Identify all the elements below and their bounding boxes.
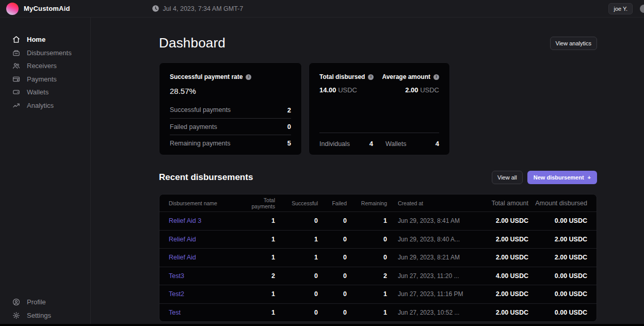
sidebar-item-label: Disbursements xyxy=(27,49,72,57)
table-row: Relief Aid 1 1 0 0 Jun 29, 2023, 8:21 AM… xyxy=(159,248,597,267)
created-at-cell: Jun 29, 2023, 8:40 A... xyxy=(387,236,477,243)
gear-icon xyxy=(12,312,20,319)
disbursement-name-link[interactable]: Test3 xyxy=(169,272,246,280)
disbursement-name-link[interactable]: Relief Aid xyxy=(169,254,246,261)
app-name: MyCustomAid xyxy=(24,5,70,12)
total-amount-cell: 2.00 USDC xyxy=(477,236,528,243)
failed-cell: 0 xyxy=(318,217,347,224)
disbursement-name-link[interactable]: Relief Aid xyxy=(169,236,246,243)
payment-rate-card: Successful payment rate i 28.57% Success… xyxy=(159,62,302,155)
page-title: Dashboard xyxy=(159,35,226,51)
failed-cell: 0 xyxy=(318,290,347,298)
average-amount-value: 2.00 USDC xyxy=(382,86,439,94)
col-header-name: Disbursement name xyxy=(169,200,246,206)
total-payments-cell: 1 xyxy=(246,290,275,298)
sidebar-item-home[interactable]: Home xyxy=(0,33,90,46)
table-row: Relief Aid 1 1 0 0 Jun 29, 2023, 8:40 A.… xyxy=(159,230,597,249)
successful-cell: 0 xyxy=(275,309,318,316)
top-bar: MyCustomAid Jul 4, 2023, 7:34 AM GMT-7 j… xyxy=(0,0,644,18)
analytics-icon xyxy=(12,102,20,109)
sidebar-item-analytics[interactable]: Analytics xyxy=(0,99,90,112)
stat-value: 4 xyxy=(436,140,439,148)
sidebar-item-settings[interactable]: Settings xyxy=(0,309,90,322)
info-icon[interactable]: i xyxy=(368,74,374,80)
amount-disbursed-cell: 0.00 USDC xyxy=(528,309,587,316)
current-datetime: Jul 4, 2023, 7:34 AM GMT-7 xyxy=(152,5,244,12)
view-all-button[interactable]: View all xyxy=(492,171,523,184)
total-disbursed-value: 14.00 USDC xyxy=(319,86,374,94)
user-menu-button[interactable]: joe Y. xyxy=(608,3,633,14)
bottom-edge xyxy=(0,324,644,326)
app-logo xyxy=(6,3,19,15)
sidebar-item-label: Wallets xyxy=(27,88,49,96)
col-header-amount-disbursed: Amount disbursed xyxy=(528,200,587,207)
sidebar-item-label: Analytics xyxy=(27,102,54,109)
table-row: Relief Aid 3 1 0 0 1 Jun 29, 2023, 8:41 … xyxy=(159,211,597,230)
total-payments-cell: 2 xyxy=(246,272,275,280)
col-header-failed: Failed xyxy=(318,200,347,206)
datetime-label: Jul 4, 2023, 7:34 AM GMT-7 xyxy=(163,5,244,12)
disbursement-name-link[interactable]: Test xyxy=(169,309,246,316)
amount-disbursed-cell: 0.00 USDC xyxy=(528,272,587,280)
new-disbursement-label: New disbursement xyxy=(534,174,584,181)
stat-row-successful: Successful payments 2 xyxy=(170,102,291,118)
sidebar-item-disbursements[interactable]: Disbursements xyxy=(0,46,90,60)
amount-disbursed-cell: 2.00 USDC xyxy=(528,236,587,243)
avatar[interactable] xyxy=(640,5,644,13)
info-icon[interactable]: i xyxy=(433,74,439,80)
stat-value: 4 xyxy=(369,140,373,148)
disbursements-table: Disbursement name Total payments Success… xyxy=(159,194,597,322)
successful-cell: 1 xyxy=(275,236,318,243)
failed-cell: 0 xyxy=(318,309,347,316)
stat-label: Failed payments xyxy=(170,123,217,131)
disbursements-icon xyxy=(12,49,20,57)
stat-value: 2 xyxy=(287,106,291,114)
users-icon xyxy=(12,62,20,70)
payments-icon xyxy=(12,75,20,83)
total-amount-cell: 4.00 USDC xyxy=(477,272,528,280)
sidebar-item-profile[interactable]: Profile xyxy=(0,296,90,309)
remaining-cell: 1 xyxy=(347,309,387,316)
disbursement-name-link[interactable]: Relief Aid 3 xyxy=(169,217,246,224)
total-payments-cell: 1 xyxy=(246,254,275,261)
successful-cell: 0 xyxy=(275,290,318,298)
table-row: Test2 1 0 0 1 Jun 27, 2023, 11:16 PM 2.0… xyxy=(159,285,597,303)
successful-cell: 0 xyxy=(275,272,318,280)
remaining-cell: 1 xyxy=(347,217,387,224)
stat-label: Wallets xyxy=(385,140,407,148)
new-disbursement-button[interactable]: New disbursement + xyxy=(527,171,597,184)
sidebar-item-payments[interactable]: Payments xyxy=(0,73,90,86)
table-header-row: Disbursement name Total payments Success… xyxy=(159,194,597,211)
clock-icon xyxy=(152,5,159,12)
sidebar-item-receivers[interactable]: Receivers xyxy=(0,59,90,73)
profile-icon xyxy=(12,298,20,306)
failed-cell: 0 xyxy=(318,272,347,280)
created-at-cell: Jun 27, 2023, 11:16 PM xyxy=(387,290,477,298)
col-header-created-at: Created at xyxy=(387,200,477,206)
main-content: Dashboard View analytics Successful paym… xyxy=(91,18,644,324)
amount-disbursed-cell: 2.00 USDC xyxy=(528,254,587,261)
stat-label: Remaining payments xyxy=(170,140,230,147)
stat-label: Individuals xyxy=(319,140,350,148)
sidebar-item-label: Profile xyxy=(27,298,46,306)
sidebar-item-wallets[interactable]: Wallets xyxy=(0,86,90,99)
total-payments-cell: 1 xyxy=(246,236,275,243)
remaining-cell: 1 xyxy=(347,290,387,298)
info-icon[interactable]: i xyxy=(246,74,251,80)
created-at-cell: Jun 29, 2023, 8:41 AM xyxy=(387,217,477,224)
total-amount-cell: 2.00 USDC xyxy=(477,217,528,224)
wallets-stat: Wallets 4 xyxy=(385,140,439,148)
view-analytics-button[interactable]: View analytics xyxy=(550,37,598,50)
created-at-cell: Jun 27, 2023, 10:52 ... xyxy=(387,309,477,316)
created-at-cell: Jun 29, 2023, 8:21 AM xyxy=(387,254,477,261)
sidebar-item-label: Receivers xyxy=(27,62,57,70)
stat-label: Successful payments xyxy=(170,106,231,113)
disbursed-card: Total disbursed i 14.00 USDC Average amo… xyxy=(309,62,450,155)
payment-rate-value: 28.57% xyxy=(170,87,291,95)
remaining-cell: 0 xyxy=(347,254,387,261)
average-amount-title: Average amount xyxy=(382,73,430,80)
total-amount-cell: 2.00 USDC xyxy=(477,290,528,298)
successful-cell: 0 xyxy=(275,217,318,224)
disbursement-name-link[interactable]: Test2 xyxy=(169,290,246,298)
sidebar-item-label: Home xyxy=(27,36,45,43)
